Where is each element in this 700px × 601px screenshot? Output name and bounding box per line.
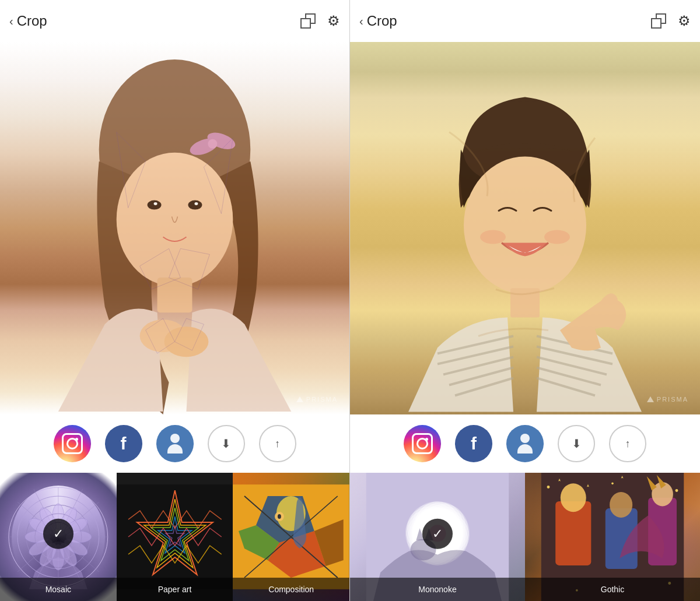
right-panel: ‹ Crop ⚙: [350, 0, 700, 601]
right-title: Crop: [367, 13, 397, 29]
svg-point-55: [544, 230, 570, 244]
svg-point-85: [561, 483, 586, 512]
filter-mononoke[interactable]: ✓ Mononoke: [350, 473, 525, 601]
right-download-icon: ⬇: [572, 437, 582, 451]
left-header-actions: ⚙: [300, 13, 340, 29]
right-share-button[interactable]: ↑: [609, 425, 646, 462]
filter-composition-label: Composition: [268, 585, 314, 594]
svg-point-5: [194, 202, 198, 205]
filter-gothic-label-bg: Gothic: [525, 578, 700, 601]
left-watermark: PRISMA: [296, 396, 338, 403]
download-icon: ⬇: [221, 437, 231, 451]
svg-point-54: [480, 230, 506, 244]
filter-mosaic-label: Mosaic: [46, 585, 71, 594]
filter-mononoke-label: Mononoke: [418, 585, 456, 594]
right-instagram-button[interactable]: [404, 425, 441, 462]
left-panel: ‹ Crop ⚙: [0, 0, 350, 601]
right-watermark: PRISMA: [647, 396, 688, 403]
facebook-icon: f: [121, 434, 127, 454]
svg-rect-9: [158, 277, 192, 312]
svg-point-4: [154, 202, 158, 205]
svg-point-51: [278, 514, 281, 519]
left-share-button[interactable]: ↑: [259, 425, 296, 462]
right-crop-icon[interactable]: [651, 13, 666, 29]
filter-gothic[interactable]: Gothic: [525, 473, 700, 601]
svg-point-97: [676, 489, 678, 492]
left-download-button[interactable]: ⬇: [208, 425, 245, 462]
profile-icon: [167, 434, 183, 454]
right-profile-button[interactable]: [506, 425, 544, 462]
left-back-icon[interactable]: ‹: [9, 15, 13, 28]
filter-paperart-label-bg: Paper art: [117, 578, 233, 601]
right-image-area: PRISMA: [350, 42, 700, 414]
svg-point-8: [208, 139, 217, 149]
instagram-icon: [62, 433, 83, 454]
right-filters-area: ✓ Mononoke: [350, 473, 700, 601]
right-social-area: f ⬇ ↑: [350, 414, 700, 473]
svg-point-96: [611, 483, 614, 485]
filter-mononoke-check: ✓: [422, 519, 453, 549]
right-facebook-icon: f: [471, 434, 477, 454]
left-back-nav[interactable]: ‹ Crop: [9, 13, 47, 29]
filter-composition[interactable]: Composition: [233, 473, 349, 601]
svg-point-11: [164, 326, 209, 357]
filter-mononoke-label-bg: Mononoke: [350, 578, 525, 601]
left-settings-icon[interactable]: ⚙: [327, 13, 340, 29]
right-header: ‹ Crop ⚙: [350, 0, 700, 42]
right-download-button[interactable]: ⬇: [558, 425, 595, 462]
left-profile-button[interactable]: [156, 425, 194, 462]
right-instagram-icon: [412, 433, 433, 454]
right-back-nav[interactable]: ‹ Crop: [359, 13, 397, 29]
right-back-icon[interactable]: ‹: [359, 15, 363, 28]
left-title: Crop: [17, 13, 47, 29]
svg-point-53: [464, 157, 586, 294]
filter-paperart[interactable]: Paper art: [117, 473, 233, 601]
right-facebook-button[interactable]: f: [455, 425, 492, 462]
filter-composition-label-bg: Composition: [233, 578, 349, 601]
svg-point-2: [148, 201, 162, 210]
left-image-area: PRISMA: [0, 42, 349, 414]
svg-point-87: [610, 492, 632, 518]
share-icon: ↑: [275, 438, 280, 450]
svg-point-95: [547, 486, 550, 488]
svg-point-3: [188, 201, 202, 210]
right-header-actions: ⚙: [651, 13, 691, 29]
right-share-icon: ↑: [625, 438, 631, 450]
filter-gothic-label: Gothic: [601, 585, 624, 594]
left-facebook-button[interactable]: f: [105, 425, 142, 462]
left-filters-area: ✓ Mosaic: [0, 473, 349, 601]
right-profile-icon: [517, 434, 533, 454]
left-social-area: f ⬇ ↑: [0, 414, 349, 473]
right-settings-icon[interactable]: ⚙: [678, 13, 691, 29]
filter-mosaic-check: ✓: [43, 519, 74, 549]
svg-point-1: [117, 153, 233, 287]
filter-paperart-label: Paper art: [158, 585, 192, 594]
filter-mosaic[interactable]: ✓ Mosaic: [0, 473, 117, 601]
left-header: ‹ Crop ⚙: [0, 0, 349, 42]
filter-mosaic-label-bg: Mosaic: [0, 578, 117, 601]
left-instagram-button[interactable]: [54, 425, 91, 462]
left-crop-icon[interactable]: [300, 13, 316, 29]
